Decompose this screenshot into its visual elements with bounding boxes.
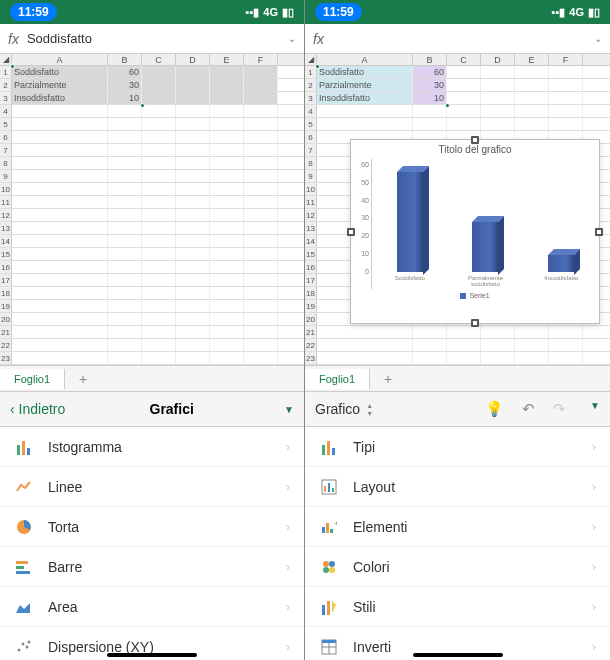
battery-icon: ▮▯ bbox=[282, 6, 294, 19]
lightbulb-icon[interactable]: 💡 bbox=[485, 400, 504, 418]
svg-rect-32 bbox=[327, 601, 330, 615]
sheet-tab[interactable]: Foglio1 bbox=[305, 369, 370, 389]
select-all-corner[interactable]: ◢ bbox=[305, 54, 317, 65]
menu-item-pie[interactable]: Torta› bbox=[0, 507, 304, 547]
collapse-icon[interactable]: ▼ bbox=[590, 400, 600, 418]
home-indicator[interactable] bbox=[107, 653, 197, 657]
bar bbox=[397, 172, 423, 272]
y-axis: 6050403020100 bbox=[351, 159, 371, 289]
chevron-down-icon[interactable]: ⌄ bbox=[288, 33, 296, 44]
spreadsheet-grid[interactable]: ◢ A B C D E F 1Soddisfatto60 2Parzialmen… bbox=[0, 54, 304, 365]
svg-rect-34 bbox=[322, 640, 336, 643]
svg-rect-18 bbox=[332, 448, 335, 455]
menu-item-area[interactable]: Area› bbox=[0, 587, 304, 627]
undo-icon[interactable]: ↶ bbox=[522, 400, 535, 418]
col-header-c[interactable]: C bbox=[447, 54, 481, 65]
menu-title[interactable]: Grafico bbox=[315, 401, 360, 417]
selection-handle[interactable] bbox=[445, 103, 450, 108]
svg-rect-22 bbox=[332, 488, 334, 492]
svg-point-29 bbox=[323, 567, 329, 573]
histogram-icon bbox=[14, 437, 34, 457]
menu-title: Grafici bbox=[65, 401, 278, 417]
menu-header: Grafico ▲▼ 💡 ↶ ↷ ▼ bbox=[305, 391, 610, 427]
chart-options-menu: Tipi› Layout› +Elementi› Colori› Stili› … bbox=[305, 427, 610, 660]
bar bbox=[472, 222, 498, 272]
battery-icon: ▮▯ bbox=[588, 6, 600, 19]
spreadsheet-grid[interactable]: ◢ A B C D E F 1Soddisfatto60 2Parzialmen… bbox=[305, 54, 610, 365]
col-header-c[interactable]: C bbox=[142, 54, 176, 65]
formula-bar[interactable]: fx ⌄ bbox=[305, 24, 610, 54]
menu-item-elements[interactable]: +Elementi› bbox=[305, 507, 610, 547]
svg-text:+: + bbox=[334, 519, 337, 528]
col-header-a[interactable]: A bbox=[317, 54, 413, 65]
styles-icon bbox=[319, 597, 339, 617]
menu-item-styles[interactable]: Stili› bbox=[305, 587, 610, 627]
menu-header: ‹ Indietro Grafici ▼ bbox=[0, 391, 304, 427]
svg-point-8 bbox=[18, 648, 21, 651]
svg-rect-25 bbox=[330, 529, 333, 533]
svg-point-27 bbox=[323, 561, 329, 567]
col-header-d[interactable]: D bbox=[481, 54, 515, 65]
select-all-corner[interactable]: ◢ bbox=[0, 54, 12, 65]
svg-marker-7 bbox=[16, 603, 30, 613]
col-header-a[interactable]: A bbox=[12, 54, 108, 65]
chevron-right-icon: › bbox=[592, 600, 596, 614]
svg-rect-31 bbox=[322, 605, 325, 615]
home-indicator[interactable] bbox=[413, 653, 503, 657]
selection-handle[interactable] bbox=[10, 64, 15, 69]
status-time: 11:59 bbox=[10, 3, 57, 21]
svg-rect-17 bbox=[327, 441, 330, 455]
col-header-b[interactable]: B bbox=[413, 54, 447, 65]
add-sheet-button[interactable]: + bbox=[370, 367, 406, 391]
add-sheet-button[interactable]: + bbox=[65, 367, 101, 391]
selection-handle[interactable] bbox=[315, 64, 320, 69]
resize-handle[interactable] bbox=[347, 228, 355, 236]
elements-icon: + bbox=[319, 517, 339, 537]
svg-rect-1 bbox=[22, 441, 25, 455]
layout-icon bbox=[319, 477, 339, 497]
svg-rect-16 bbox=[322, 445, 325, 455]
menu-item-types[interactable]: Tipi› bbox=[305, 427, 610, 467]
back-button[interactable]: ‹ Indietro bbox=[10, 401, 65, 417]
chevron-right-icon: › bbox=[592, 520, 596, 534]
chevron-down-icon[interactable]: ⌄ bbox=[594, 33, 602, 44]
menu-item-histogram[interactable]: Istogramma› bbox=[0, 427, 304, 467]
chart-types-menu: Istogramma› Linee› Torta› Barre› Area› D… bbox=[0, 427, 304, 660]
col-header-b[interactable]: B bbox=[108, 54, 142, 65]
formula-bar[interactable]: fx Soddisfatto ⌄ bbox=[0, 24, 304, 54]
resize-handle[interactable] bbox=[471, 319, 479, 327]
sheet-tabs: Foglio1 + bbox=[0, 365, 304, 391]
chart-plot-area: Soddisfatto Parzialmente soddisfatto Ins… bbox=[371, 159, 599, 289]
fx-icon: fx bbox=[8, 31, 19, 47]
menu-item-colors[interactable]: Colori› bbox=[305, 547, 610, 587]
col-header-d[interactable]: D bbox=[176, 54, 210, 65]
svg-rect-0 bbox=[17, 445, 20, 455]
sheet-tab[interactable]: Foglio1 bbox=[0, 369, 65, 389]
svg-rect-23 bbox=[322, 527, 325, 533]
fx-icon: fx bbox=[313, 31, 324, 47]
svg-point-10 bbox=[26, 645, 29, 648]
status-network: ▪▪▮ 4G ▮▯ bbox=[552, 6, 601, 19]
embedded-chart[interactable]: Titolo del grafico 6050403020100 Soddisf… bbox=[350, 139, 600, 324]
svg-point-11 bbox=[28, 640, 31, 643]
collapse-icon[interactable]: ▼ bbox=[284, 404, 294, 415]
svg-point-9 bbox=[22, 642, 25, 645]
menu-item-bars[interactable]: Barre› bbox=[0, 547, 304, 587]
signal-icon: ▪▪▮ bbox=[246, 6, 260, 19]
col-header-e[interactable]: E bbox=[210, 54, 244, 65]
redo-icon[interactable]: ↷ bbox=[553, 400, 566, 418]
scatter-icon bbox=[14, 637, 34, 657]
selection-handle[interactable] bbox=[140, 103, 145, 108]
sort-icon[interactable]: ▲▼ bbox=[366, 402, 373, 417]
menu-item-lines[interactable]: Linee› bbox=[0, 467, 304, 507]
col-header-f[interactable]: F bbox=[244, 54, 278, 65]
formula-value[interactable]: Soddisfatto bbox=[27, 31, 288, 46]
svg-rect-20 bbox=[324, 486, 326, 492]
col-header-f[interactable]: F bbox=[549, 54, 583, 65]
resize-handle[interactable] bbox=[471, 136, 479, 144]
menu-item-layout[interactable]: Layout› bbox=[305, 467, 610, 507]
status-bar: 11:59 ▪▪▮ 4G ▮▯ bbox=[305, 0, 610, 24]
col-header-e[interactable]: E bbox=[515, 54, 549, 65]
area-icon bbox=[14, 597, 34, 617]
svg-rect-5 bbox=[16, 566, 24, 569]
